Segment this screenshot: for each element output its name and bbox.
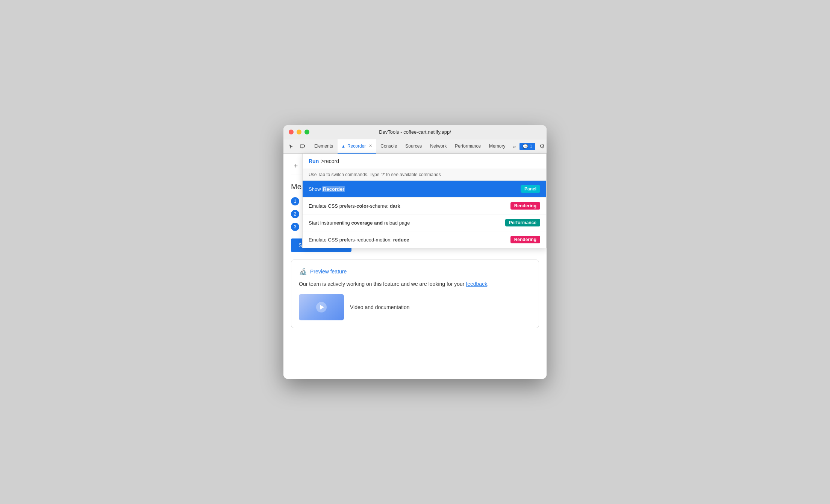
video-doc-section: Video and documentation <box>299 294 531 320</box>
step-number-2: 2 <box>291 210 299 218</box>
tab-sources[interactable]: Sources <box>401 139 426 154</box>
cmd-item-start-instrumenting[interactable]: Start instrumenting coverage and reload … <box>303 214 546 231</box>
command-input-row: Run >record <box>303 154 546 169</box>
cmd-item-show-recorder[interactable]: Show Recorder Panel <box>303 181 546 198</box>
command-input-text[interactable]: >record <box>321 158 339 164</box>
cmd-item-emulate-reduce[interactable]: Emulate CSS prefers-reduced-motion: redu… <box>303 231 546 248</box>
feedback-link[interactable]: feedback <box>466 281 487 287</box>
svg-rect-2 <box>304 145 305 147</box>
add-recording-button[interactable]: + <box>291 161 301 171</box>
cmd-item-text-emulate-dark: Emulate CSS prefers-color-scheme: dark <box>309 203 510 209</box>
cmd-badge-panel: Panel <box>521 185 540 193</box>
cmd-item-text-show-recorder: Show Recorder <box>309 186 521 192</box>
chat-icon: 💬 <box>523 144 528 149</box>
cmd-badge-rendering-2: Rendering <box>510 236 540 243</box>
command-palette: Run >record Use Tab to switch commands. … <box>302 154 547 248</box>
tab-network[interactable]: Network <box>426 139 450 154</box>
minimize-button[interactable] <box>297 130 301 134</box>
tab-console[interactable]: Console <box>377 139 401 154</box>
devtools-body: + No recordings Send feedback Measure pe… <box>283 154 547 379</box>
devtools-window: DevTools - coffee-cart.netlify.app/ Elem… <box>283 125 547 379</box>
close-button[interactable] <box>289 130 294 134</box>
svg-rect-0 <box>300 145 304 148</box>
step-number-3: 3 <box>291 223 299 231</box>
cmd-item-text-instrumenting: Start instrumenting coverage and reload … <box>309 220 505 226</box>
svg-rect-1 <box>301 148 303 148</box>
preview-description: Our team is actively working on this fea… <box>299 280 531 288</box>
maximize-button[interactable] <box>304 130 309 134</box>
preview-feature-label: Preview feature <box>310 269 347 275</box>
window-title: DevTools - coffee-cart.netlify.app/ <box>379 129 451 135</box>
feedback-count-button[interactable]: 💬 1 <box>520 143 535 150</box>
devtools-tabbar: Elements ▲ Recorder ✕ Console Sources Ne… <box>283 139 547 154</box>
step-number-1: 1 <box>291 197 299 205</box>
video-doc-label: Video and documentation <box>350 304 410 310</box>
tab-elements[interactable]: Elements <box>310 139 337 154</box>
video-thumbnail <box>299 294 344 320</box>
cmd-item-emulate-dark[interactable]: Emulate CSS prefers-color-scheme: dark R… <box>303 198 546 214</box>
tab-performance[interactable]: Performance <box>451 139 485 154</box>
cmd-badge-rendering-1: Rendering <box>510 202 540 210</box>
tab-icon-group <box>286 142 307 151</box>
preview-card: 🔬 Preview feature Our team is actively w… <box>291 260 539 328</box>
settings-button[interactable]: ⚙ <box>537 141 547 152</box>
record-icon: ▲ <box>341 144 345 148</box>
tab-memory[interactable]: Memory <box>485 139 509 154</box>
cmd-badge-performance: Performance <box>505 219 540 226</box>
preview-feature-header: 🔬 Preview feature <box>299 267 531 276</box>
traffic-lights <box>289 130 309 134</box>
tabs-right-actions: » 💬 1 ⚙ ⋮ <box>510 141 547 152</box>
tab-close-icon[interactable]: ✕ <box>369 143 372 148</box>
cursor-icon[interactable] <box>286 142 296 151</box>
beaker-icon: 🔬 <box>299 267 307 276</box>
command-hint: Use Tab to switch commands. Type '?' to … <box>303 169 546 181</box>
titlebar: DevTools - coffee-cart.netlify.app/ <box>283 125 547 139</box>
device-icon[interactable] <box>298 142 307 151</box>
more-tabs-button[interactable]: » <box>510 142 518 151</box>
run-label: Run <box>309 158 319 164</box>
tab-recorder[interactable]: ▲ Recorder ✕ <box>338 139 376 154</box>
cmd-item-text-emulate-reduce: Emulate CSS prefers-reduced-motion: redu… <box>309 237 510 243</box>
